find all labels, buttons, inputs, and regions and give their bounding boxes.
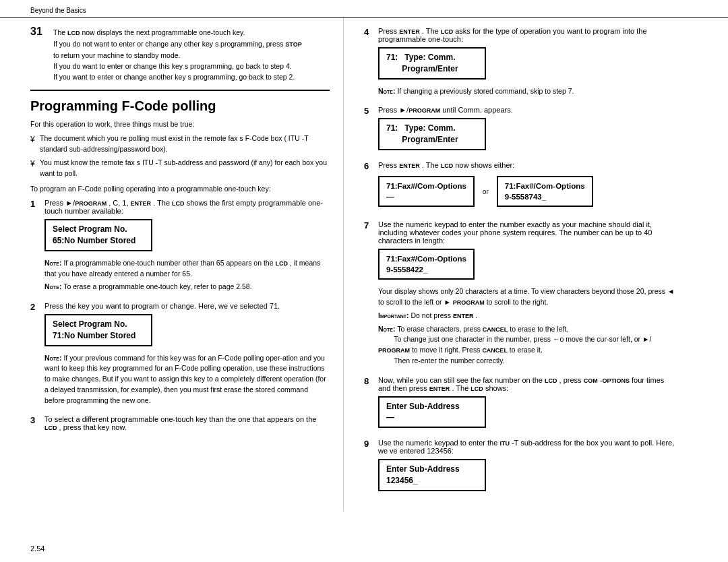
step-2-number: 2 — [30, 302, 41, 312]
bullet-2-text: You must know the remote fax s ITU -T su… — [40, 158, 330, 179]
step-5-content: Press ►/PROGRAM until Comm. appears. 71:… — [378, 106, 677, 154]
step-8-text: Now, while you can still see the fax num… — [378, 376, 677, 392]
step-8-number: 8 — [364, 376, 375, 386]
step-9-number: 9 — [364, 439, 375, 449]
step-8-content: Now, while you can still see the fax num… — [378, 376, 677, 433]
page-number: 2.54 — [30, 544, 44, 553]
step-5-text: Press ►/PROGRAM until Comm. appears. — [378, 106, 677, 114]
bullet-char-1: ¥ — [30, 133, 40, 155]
step-7-row: 7 Use the numeric keypad to enter the nu… — [364, 220, 677, 369]
step-31-body: The LCD now displays the next programmab… — [53, 27, 330, 83]
step-31-line1: The LCD now displays the next programmab… — [53, 27, 330, 38]
page-footer: 2.54 — [30, 544, 44, 553]
lcd-box-4: 71: Type: Comm. Program/Enter — [378, 47, 486, 80]
lcd-box-9: Enter Sub-Address123456_ — [378, 459, 486, 491]
step-1-content: Press ►/PROGRAM , C, 1, ENTER . The LCD … — [44, 199, 330, 295]
page: Beyond the Basics 31 The LCD now display… — [0, 0, 728, 562]
bullet-2: ¥ You must know the remote fax s ITU -T … — [30, 158, 330, 179]
step-1-row: 1 Press ►/PROGRAM , C, 1, ENTER . The LC… — [30, 199, 330, 295]
lcd-box-6a: 71:Fax#/Com-Options— — [378, 176, 475, 207]
step-1-number: 1 — [30, 199, 41, 209]
step-31-number: 31 — [30, 26, 51, 38]
step-31-line5: If you want to enter or change another k… — [53, 71, 330, 82]
step-2-text: Press the key you want to program or cha… — [44, 302, 330, 310]
section-title: Programming F-Code polling — [30, 98, 330, 114]
step-2-content: Press the key you want to program or cha… — [44, 302, 330, 408]
step-7-text: Use the numeric keypad to enter the numb… — [378, 220, 677, 245]
left-column: 31 The LCD now displays the next program… — [0, 18, 344, 511]
step-6-content: Press ENTER . The LCD now shows either: … — [378, 161, 677, 214]
note-2: Note: If your previous command for this … — [44, 353, 330, 406]
right-column: 4 Press ENTER . The LCD asks for the typ… — [344, 18, 701, 511]
lcd-box-5: 71: Type: Comm. Program/Enter — [378, 118, 486, 150]
or-label: or — [483, 188, 489, 195]
lcd-box-6b: 71:Fax#/Com-Options9-5558743_ — [497, 176, 593, 207]
step-5-row: 5 Press ►/PROGRAM until Comm. appears. 7… — [364, 106, 677, 154]
bullet-char-2: ¥ — [30, 158, 40, 179]
page-content: 31 The LCD now displays the next program… — [0, 18, 728, 511]
step-9-content: Use the numeric keypad to enter the ITU … — [378, 439, 677, 495]
step-4-text: Press ENTER . The LCD asks for the type … — [378, 27, 677, 43]
bullet-1-text: The document which you re polling must e… — [40, 133, 330, 155]
step-31-row: 31 The LCD now displays the next program… — [30, 27, 330, 83]
lcd-box-2: Select Program No.71:No Number Stored — [44, 314, 152, 346]
lcd-6-row: 71:Fax#/Com-Options— or 71:Fax#/Com-Opti… — [378, 172, 677, 211]
step-3-row: 3 To select a different programmable one… — [30, 415, 330, 431]
lcd-box-7: 71:Fax#/Com-Options9-5558422_ — [378, 249, 475, 280]
step-7-number: 7 — [364, 220, 375, 230]
note-1a: Note: If a programmable one-touch number… — [44, 258, 330, 280]
step-4-content: Press ENTER . The LCD asks for the type … — [378, 27, 677, 99]
lcd-box-1: Select Program No.65:No Number Stored — [44, 219, 152, 251]
header-text: Beyond the Basics — [30, 7, 86, 14]
step-1-text: Press ►/PROGRAM , C, 1, ENTER . The LCD … — [44, 199, 330, 215]
display-note: Your display shows only 20 characters at… — [378, 286, 677, 308]
step-6-number: 6 — [364, 161, 375, 171]
step-5-number: 5 — [364, 106, 375, 116]
step-6-row: 6 Press ENTER . The LCD now shows either… — [364, 161, 677, 214]
note-4: Note: If changing a previously stored co… — [378, 86, 677, 97]
step-3-content: To select a different programmable one-t… — [44, 415, 330, 431]
bullet-1: ¥ The document which you re polling must… — [30, 133, 330, 155]
note-1b: Note: To erase a programmable one-touch … — [44, 282, 330, 292]
step-2-row: 2 Press the key you want to program or c… — [30, 302, 330, 408]
intro-text: For this operation to work, three things… — [30, 119, 330, 130]
step-9-row: 9 Use the numeric keypad to enter the IT… — [364, 439, 677, 495]
important-note: Important: Do not press ENTER . — [378, 311, 677, 321]
step-31-line3: to return your machine to standby mode. — [53, 50, 330, 61]
to-program-text: To program an F-Code polling operating i… — [30, 184, 330, 195]
note-7: Note: To erase characters, press CANCEL … — [378, 324, 677, 367]
step-8-row: 8 Now, while you can still see the fax n… — [364, 376, 677, 433]
step-9-text: Use the numeric keypad to enter the ITU … — [378, 439, 677, 455]
step-6-text: Press ENTER . The LCD now shows either: — [378, 161, 677, 169]
section-divider — [30, 90, 330, 91]
step-3-text: To select a different programmable one-t… — [44, 415, 330, 431]
step-31-line2: If you do not want to enter or change an… — [53, 38, 330, 50]
lcd-box-8: Enter Sub-Address— — [378, 396, 486, 429]
step-4-row: 4 Press ENTER . The LCD asks for the typ… — [364, 27, 677, 99]
step-31-line4: If you do want to enter or change this k… — [53, 61, 330, 71]
step-4-number: 4 — [364, 27, 375, 37]
page-header: Beyond the Basics — [0, 0, 728, 18]
step-3-number: 3 — [30, 415, 41, 425]
step-7-content: Use the numeric keypad to enter the numb… — [378, 220, 677, 369]
